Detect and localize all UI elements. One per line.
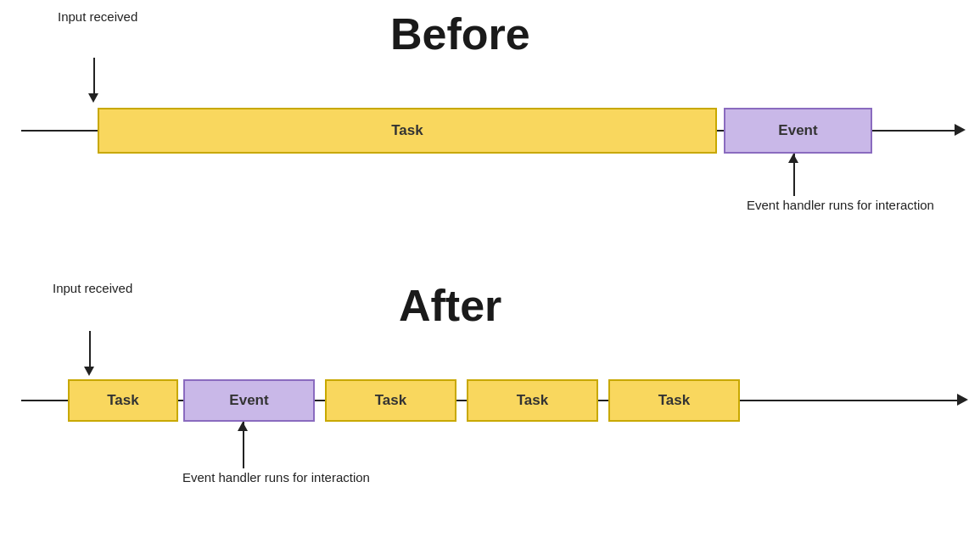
after-task-block-1: Task [68, 379, 178, 422]
after-timeline-conn2 [315, 400, 325, 401]
before-timeline-arrow [955, 124, 966, 136]
before-event-handler-label: Event handler runs for interaction [747, 197, 934, 214]
after-timeline-arrow [957, 394, 968, 406]
before-timeline-mid [717, 130, 724, 132]
before-task-block: Task [98, 108, 717, 154]
after-event-handler-arrow-head [238, 422, 248, 431]
after-event-handler-label: Event handler runs for interaction [182, 469, 370, 486]
after-timeline-conn3 [456, 400, 467, 401]
after-title: After [399, 280, 501, 331]
before-input-received-label: Input received [58, 8, 137, 25]
after-task-block-4: Task [608, 379, 740, 422]
after-task-block-2: Task [325, 379, 456, 422]
after-input-received-label: Input received [53, 280, 132, 297]
before-input-arrow-line [93, 58, 95, 95]
after-timeline-right [740, 400, 960, 401]
after-timeline-conn4 [598, 400, 608, 401]
before-event-handler-arrow-head [788, 154, 798, 163]
before-input-arrow-head [88, 93, 98, 103]
after-event-block: Event [183, 379, 315, 422]
after-input-arrow-head [84, 367, 94, 376]
after-timeline-left [21, 400, 68, 401]
diagram-container: Before Input received Task Event Event h… [0, 0, 980, 549]
before-timeline-right [872, 130, 957, 132]
before-title: Before [390, 8, 530, 59]
after-task-block-3: Task [467, 379, 598, 422]
before-event-block: Event [724, 108, 872, 154]
after-input-arrow-line [89, 331, 91, 368]
before-timeline-left [21, 130, 98, 132]
